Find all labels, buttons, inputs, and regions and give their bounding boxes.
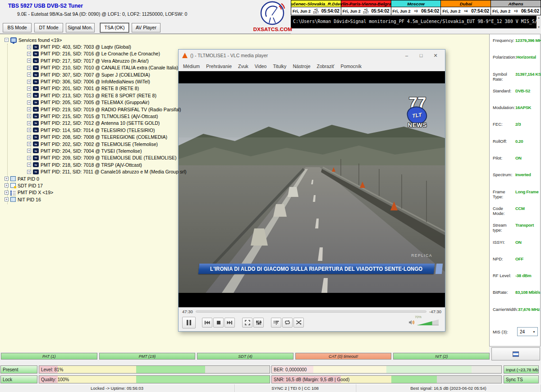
minimize-button[interactable]: – [401, 53, 413, 58]
tv-service-icon: tv [33, 155, 39, 160]
fullscreen-icon [245, 320, 250, 325]
expand-icon[interactable]: + [27, 128, 31, 132]
mis-dropdown[interactable]: 24 ▼ [517, 327, 538, 336]
expand-icon[interactable]: + [27, 121, 31, 125]
collapse-icon[interactable]: − [5, 38, 9, 42]
service-row[interactable]: + tv PMT PID: 114, SID: 7014 @ TELESIRIO… [1, 127, 176, 133]
tv-service-icon: tv [33, 79, 39, 84]
service-row[interactable]: + tv PMT PID: 216, SID: 7016 @ Le Cronac… [1, 50, 176, 57]
expand-icon[interactable]: + [27, 93, 31, 97]
tree-root-row[interactable]: − Services found <19> [1, 36, 176, 43]
expand-icon[interactable]: + [27, 142, 31, 146]
service-label: PMT PID: 204, SID: 7004 @ TVSEI (Telemol… [41, 148, 142, 154]
scroll-up-icon[interactable]: ▲ [538, 16, 540, 19]
vlc-menu-item[interactable]: Nástroje [293, 64, 310, 69]
fullscreen-button[interactable] [242, 318, 252, 328]
service-row[interactable]: + tv PMT PID: 215, SID: 7015 @ TLTMOLISE… [1, 113, 176, 119]
expand-icon[interactable]: + [27, 135, 31, 139]
expand-icon[interactable]: + [27, 163, 31, 167]
scroll-down-icon[interactable]: ▼ [538, 25, 540, 28]
expand-icon[interactable]: + [27, 114, 31, 118]
close-button[interactable]: ✕ [430, 53, 441, 59]
vlc-menu-item[interactable]: Zobraziť [316, 64, 334, 69]
pause-button[interactable] [182, 317, 196, 328]
mode-tab[interactable]: BS Mode [3, 23, 32, 32]
status-best-signal: Best signal: 16,5 dB (2023-06-02 05:54) [356, 384, 541, 392]
command-prompt[interactable]: C:\Users\Roman Dávid>Signal monitoring_P… [291, 16, 541, 28]
expand-icon[interactable]: + [27, 149, 31, 153]
service-row[interactable]: + tv PMT PID: 202, SID: 7002 @ TELEMOLIS… [1, 141, 176, 147]
mode-tab[interactable]: DT Mode [34, 23, 63, 32]
expand-icon[interactable]: + [27, 170, 31, 174]
expand-icon[interactable]: + [27, 45, 31, 49]
service-row[interactable]: + tv PMT PID: 210, SID: 7010 @ CANALE IT… [1, 64, 176, 71]
psi-progress-bar: NIT (2) [393, 353, 490, 360]
mode-tab[interactable]: Signal Mon. [66, 23, 95, 32]
random-button[interactable] [293, 318, 304, 328]
maximize-button[interactable]: □ [415, 53, 427, 58]
parameter-label: RF Level: [493, 273, 515, 278]
service-row[interactable]: + tv PMT PID: 218, SID: 7018 @ TRSP (AjV… [1, 161, 176, 168]
mode-tab[interactable]: TSA (OK) [100, 23, 129, 32]
mode-tab[interactable]: AV Player [132, 23, 160, 32]
psi-table-row[interactable]: + PAT PID 0 [1, 175, 176, 182]
service-row[interactable]: + tv PMT PID: 219, SID: 7019 @ RADIO PAR… [1, 106, 176, 113]
volume-control[interactable]: 70% [408, 319, 441, 325]
service-row[interactable]: + tv PMT PID: 217, SID: 7017 @ Vera Abru… [1, 57, 176, 64]
service-row[interactable]: + tv PMT PID: 201, SID: 7001 @ RETE 8 (R… [1, 85, 176, 92]
service-row[interactable]: + tv PMT PID: 204, SID: 7004 @ TVSEI (Te… [1, 147, 176, 154]
psi-table-row[interactable]: + PMT PID X <19> [1, 189, 176, 196]
psi-table-row[interactable]: + SDT PID 17 [1, 182, 176, 189]
service-row[interactable]: + tv PMT PID: 211, SID: 7011 @ Canale16 … [1, 168, 176, 175]
expand-icon[interactable]: + [27, 52, 31, 56]
clock: Moscow Fri, Jun 2 +3 06:54:02 [391, 0, 441, 15]
service-row[interactable]: + tv PMT PID: 209, SID: 7009 @ TELEMOLIS… [1, 155, 176, 161]
service-label: PMT PID: 217, SID: 7017 @ Vera Abruzzo (… [41, 58, 149, 64]
level-bar: Level: 81% [39, 365, 270, 374]
vlc-menu-item[interactable]: Video [255, 64, 267, 69]
service-row[interactable]: + tv PMT PID: 208, SID: 7008 @ TELEREGIO… [1, 133, 176, 140]
stop-button[interactable] [213, 318, 224, 328]
vlc-menu-item[interactable]: Prehrávanie [206, 64, 232, 69]
next-button[interactable] [225, 318, 235, 328]
vlc-menu-item[interactable]: Titulky [273, 64, 286, 69]
service-row[interactable]: + tv PMT PID: 307, SID: 7007 @ Super J (… [1, 71, 176, 78]
expand-icon[interactable]: + [27, 66, 31, 70]
vlc-menu-item[interactable]: Médium [183, 64, 200, 69]
loop-button[interactable] [282, 318, 293, 328]
expand-icon[interactable]: + [27, 107, 31, 111]
service-row[interactable]: + tv PMT PID: 306, SID: 7006 @ InfoMedia… [1, 78, 176, 85]
seek-slider[interactable] [196, 310, 426, 313]
psi-table-row[interactable]: + NIT PID 16 [1, 196, 176, 203]
expand-icon[interactable]: + [27, 100, 31, 105]
clock: Athens Fri, Jun 2 +3 06:54:02 [491, 0, 541, 15]
service-row[interactable]: + tv PMT PID: 205, SID: 7005 @ TELEMAX (… [1, 99, 176, 106]
volume-slider[interactable] [417, 319, 439, 325]
psi-progress-bar: SDT (4) [197, 353, 293, 360]
tv-service-icon: tv [33, 65, 39, 70]
expand-icon[interactable]: + [27, 59, 31, 63]
vlc-menu-item[interactable]: Pomocník [340, 64, 362, 69]
vlc-titlebar[interactable]: () - TLTMOLISE1 - VLC media player – □ ✕ [179, 50, 445, 61]
ts-pause-button[interactable] [491, 347, 540, 360]
service-row[interactable]: + tv PMT PID: 403, SID: 7003 @ Laqtv (Gl… [1, 43, 176, 50]
expand-icon[interactable]: + [5, 197, 9, 201]
expand-icon[interactable]: + [27, 156, 31, 160]
expand-icon[interactable]: + [27, 80, 31, 84]
speaker-icon [408, 319, 414, 325]
expand-icon[interactable]: + [27, 87, 31, 91]
service-row[interactable]: + tv PMT PID: 213, SID: 7013 @ RETE 8 SP… [1, 92, 176, 99]
expand-icon[interactable]: + [5, 177, 9, 181]
parameter-label: Frame Type: [493, 189, 515, 199]
vlc-menu-item[interactable]: Zvuk [238, 64, 248, 69]
expand-icon[interactable]: + [5, 183, 9, 187]
previous-button[interactable] [202, 318, 212, 328]
service-row[interactable]: + tv PMT PID: 212, SID: 7012 @ Antenna 1… [1, 120, 176, 127]
playlist-button[interactable] [271, 318, 281, 328]
expand-icon[interactable]: + [5, 191, 9, 195]
expand-icon[interactable]: + [27, 73, 31, 77]
tv-service-icon: tv [33, 141, 39, 146]
extended-settings-button[interactable] [253, 318, 264, 328]
terminal-scrollbar[interactable]: ▲ ▼ [536, 16, 541, 28]
video-area[interactable]: 77 TLT NEWS REPLICA L'IRONIA DI ALDO DI … [179, 71, 445, 307]
